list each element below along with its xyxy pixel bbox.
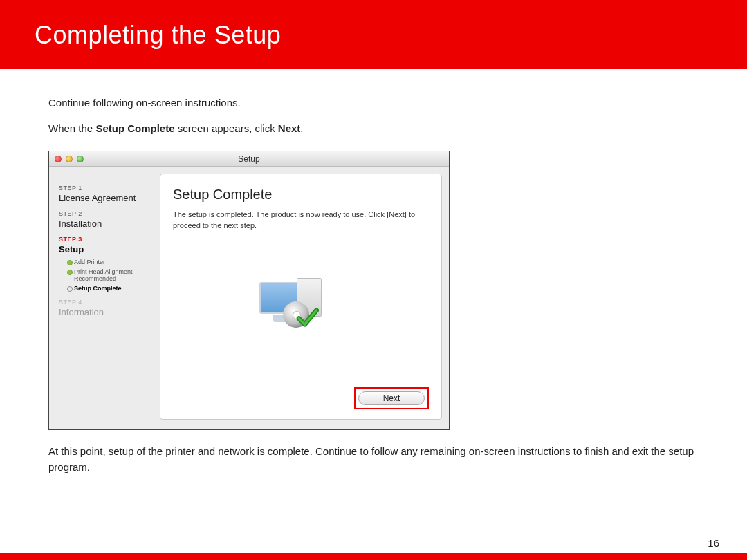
intro-pre: When the	[48, 122, 95, 134]
substep-setup-complete: Setup Complete	[67, 285, 153, 292]
step1-label: STEP 1	[59, 185, 153, 192]
next-button-highlight: Next	[354, 387, 429, 409]
page-title: Completing the Setup	[35, 21, 712, 50]
window-titlebar: Setup	[49, 151, 449, 167]
footer-band	[0, 553, 747, 560]
pane-title: Setup Complete	[173, 187, 429, 203]
pane-description: The setup is completed. The product is n…	[173, 209, 429, 232]
intro-mid: screen appears, click	[175, 122, 278, 134]
intro-bold-setup-complete: Setup Complete	[95, 122, 174, 134]
substep-add-printer: Add Printer	[67, 259, 153, 265]
intro-bold-next: Next	[278, 122, 301, 134]
step3-label: STEP 3	[59, 236, 153, 243]
window-body: STEP 1 License Agreement STEP 2 Installa…	[49, 167, 449, 429]
content-pane: Setup Complete The setup is completed. T…	[160, 174, 442, 420]
step1-name: License Agreement	[59, 193, 153, 203]
setup-complete-illustration	[259, 278, 342, 333]
step2-label: STEP 2	[59, 210, 153, 217]
step4-name: Information	[59, 307, 153, 317]
body-area: Continue following on-screen instruction…	[0, 69, 747, 475]
intro-line-2: When the Setup Complete screen appears, …	[48, 122, 699, 134]
header-band: Completing the Setup	[0, 0, 747, 69]
window-title: Setup	[49, 154, 449, 164]
step3-substeps: Add Printer Print Head Alignment Recomme…	[67, 259, 153, 292]
step2-name: Installation	[59, 218, 153, 229]
checkmark-icon	[295, 306, 319, 329]
substep-print-head: Print Head Alignment Recommended	[67, 268, 153, 282]
intro-line-1: Continue following on-screen instruction…	[48, 97, 699, 109]
step-sidebar: STEP 1 License Agreement STEP 2 Installa…	[56, 174, 153, 420]
step4-label: STEP 4	[59, 299, 153, 306]
step3-name: Setup	[59, 244, 153, 254]
next-button[interactable]: Next	[358, 391, 425, 405]
post-instructions: At this point, setup of the printer and …	[48, 444, 699, 475]
installer-window: Setup STEP 1 License Agreement STEP 2 In…	[48, 151, 450, 430]
button-row: Next	[173, 387, 429, 409]
page-number: 16	[708, 537, 719, 549]
intro-post: .	[300, 122, 303, 134]
